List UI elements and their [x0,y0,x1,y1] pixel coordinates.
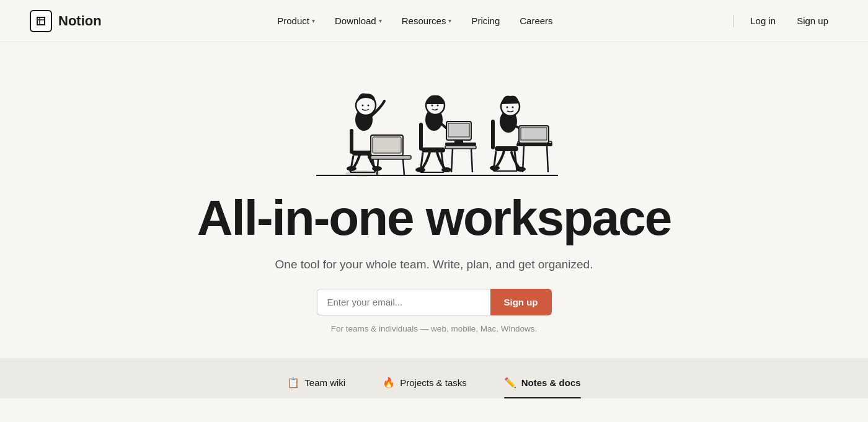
svg-point-42 [507,107,508,108]
svg-rect-49 [516,143,552,146]
svg-point-51 [516,167,526,172]
hero-subtitle: One tool for your whole team. Write, pla… [275,258,593,271]
svg-point-34 [441,167,451,172]
nav-links: Product ▾ Download ▾ Resources ▾ Pricing… [268,11,561,31]
hero-cta-form: Sign up [317,289,552,315]
svg-rect-39 [491,120,495,149]
svg-rect-12 [373,137,401,153]
signup-cta-button[interactable]: Sign up [490,289,552,315]
svg-rect-21 [419,123,423,151]
svg-rect-6 [350,129,353,154]
logo-icon [30,10,52,32]
nav-auth: Log in Sign up [728,11,838,31]
svg-point-33 [415,167,425,172]
logo-link[interactable]: Notion [30,10,102,32]
hero-note: For teams & individuals — web, mobile, M… [331,324,537,333]
nav-pricing[interactable]: Pricing [463,11,508,31]
tab-item-2[interactable]: ✏️ Notes & docs [504,377,581,398]
hero-illustration [279,55,589,185]
svg-rect-48 [521,128,547,140]
svg-line-31 [451,149,453,172]
nav-resources[interactable]: Resources ▾ [393,11,461,31]
svg-rect-35 [495,146,518,151]
svg-rect-14 [371,156,411,159]
tab-emoji: 🔥 [383,377,395,389]
svg-line-16 [403,159,404,175]
tab-item-0[interactable]: 📋 Team wiki [287,377,345,398]
nav-divider [733,15,734,27]
email-input[interactable] [317,289,490,315]
svg-point-10 [368,105,370,107]
svg-line-46 [547,145,548,172]
svg-rect-27 [448,123,469,137]
svg-rect-17 [422,147,445,152]
logo-text: Notion [58,13,102,29]
svg-point-24 [432,105,433,107]
svg-point-9 [362,105,364,107]
tab-emoji: 📋 [287,377,299,389]
tab-label: Team wiki [304,377,345,388]
nav-careers[interactable]: Careers [511,11,561,31]
chevron-down-icon: ▾ [312,17,315,24]
svg-point-43 [512,107,514,108]
tab-emoji: ✏️ [504,377,516,389]
hero-title: All-in-one workspace [197,191,671,245]
svg-rect-28 [454,140,463,143]
nav-product[interactable]: Product ▾ [268,11,324,31]
hero-section: All-in-one workspace One tool for your w… [0,42,868,358]
login-button[interactable]: Log in [742,11,784,31]
navbar: Notion Product ▾ Download ▾ Resources ▾ … [0,0,868,42]
svg-rect-30 [445,146,476,149]
tab-label: Projects & tasks [400,377,467,388]
svg-point-50 [490,165,500,170]
svg-line-32 [471,149,472,172]
nav-download[interactable]: Download ▾ [326,11,391,31]
svg-point-25 [437,105,439,107]
tab-label: Notes & docs [521,377,581,388]
svg-point-53 [372,166,382,171]
chevron-down-icon: ▾ [379,17,382,24]
chevron-down-icon: ▾ [448,17,451,24]
bottom-section: 📋 Team wiki 🔥 Projects & tasks ✏️ Notes … [0,358,868,398]
tab-item-1[interactable]: 🔥 Projects & tasks [383,377,467,398]
svg-point-52 [347,166,356,171]
tabs-bar: 📋 Team wiki 🔥 Projects & tasks ✏️ Notes … [287,377,580,398]
signup-nav-button[interactable]: Sign up [787,11,838,31]
